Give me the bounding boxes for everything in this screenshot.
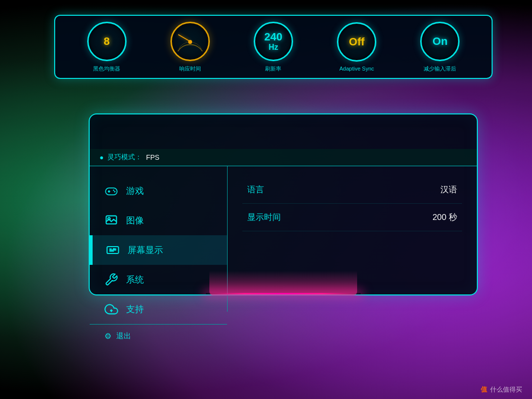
gauge-label-refresh-rate: 刷新率 — [265, 65, 281, 73]
sidebar-label-system: 系统 — [126, 274, 144, 286]
gauges-bar: 8 黑色均衡器 响应时间 240 — [54, 15, 493, 79]
bottom-accent-glow — [206, 293, 361, 294]
setting-value-display-time: 200 秒 — [432, 212, 457, 223]
gauge-black-equalizer: 8 黑色均衡器 — [87, 22, 127, 73]
gauge-adaptive-sync: Off Adaptive Sync — [337, 22, 376, 72]
mode-value: FPS — [146, 153, 159, 161]
osd-icon — [106, 243, 120, 257]
sidebar-label-image: 图像 — [126, 215, 144, 226]
gauge-value-input-lag: On — [432, 35, 448, 48]
needle-container — [173, 24, 207, 59]
osd-icon-svg — [106, 243, 120, 257]
game-controller-icon — [104, 184, 118, 198]
mode-bar: ● 灵巧模式： FPS — [90, 149, 477, 166]
gauge-hz-display: 240 Hz — [265, 31, 283, 52]
setting-row-display-time[interactable]: 显示时间 200 秒 — [242, 204, 462, 231]
svg-point-4 — [114, 191, 116, 192]
setting-value-language: 汉语 — [440, 184, 457, 195]
bottom-accent — [209, 271, 357, 295]
cloud-icon-svg — [104, 302, 118, 316]
gauge-refresh-rate: 240 Hz 刷新率 — [254, 22, 293, 73]
gauge-circle-adaptive-sync: Off — [337, 22, 376, 62]
cloud-icon — [104, 302, 118, 316]
setting-label-language: 语言 — [247, 184, 264, 195]
gauge-circle-black-equalizer: 8 — [87, 22, 127, 61]
gauge-label-black-equalizer: 黑色均衡器 — [93, 65, 120, 73]
exit-bar[interactable]: ⚙ 退出 — [90, 324, 227, 348]
sidebar-item-game[interactable]: 游戏 — [90, 176, 227, 206]
gauge-value-adaptive-sync: Off — [349, 36, 365, 48]
needle-dot — [188, 40, 192, 44]
gauge-circle-response-time — [170, 22, 210, 61]
watermark: 值 什么值得买 — [481, 385, 522, 394]
gauge-response-time: 响应时间 — [170, 22, 210, 73]
game-icon-svg — [104, 184, 118, 198]
wrench-icon — [104, 273, 118, 287]
gauge-label-adaptive-sync: Adaptive Sync — [339, 66, 374, 72]
mode-dot: ● — [100, 153, 103, 161]
gauge-value-refresh-rate: 240 — [265, 31, 283, 43]
sidebar-item-support[interactable]: 支持 — [90, 294, 227, 324]
sidebar: 游戏 图像 — [90, 166, 228, 312]
osd-wrapper: 8 黑色均衡器 响应时间 240 — [39, 49, 507, 345]
svg-point-3 — [113, 189, 114, 191]
exit-icon: ⚙ — [104, 331, 111, 341]
mode-label: 灵巧模式： — [107, 153, 142, 162]
wrench-icon-svg — [104, 273, 118, 287]
watermark-text: 什么值得买 — [490, 385, 522, 394]
gauge-circle-refresh-rate: 240 Hz — [254, 22, 293, 61]
setting-label-display-time: 显示时间 — [247, 212, 281, 223]
gauge-input-lag: On 减少输入滞后 — [420, 22, 460, 73]
osd-container: ● 灵巧模式： FPS — [89, 113, 478, 295]
image-icon-svg — [104, 214, 118, 227]
sidebar-item-image[interactable]: 图像 — [90, 206, 227, 235]
gauge-label-response-time: 响应时间 — [179, 65, 201, 73]
watermark-logo: 值 — [481, 385, 487, 394]
gauge-unit-refresh-rate: Hz — [268, 43, 278, 52]
image-icon — [104, 214, 118, 227]
gauge-label-input-lag: 减少输入滞后 — [424, 65, 456, 73]
sidebar-item-system[interactable]: 系统 — [90, 265, 227, 294]
setting-row-language[interactable]: 语言 汉语 — [242, 176, 462, 204]
sidebar-label-game: 游戏 — [126, 185, 144, 197]
sidebar-label-osd: 屏幕显示 — [128, 244, 163, 256]
gauge-circle-input-lag: On — [420, 22, 460, 61]
sidebar-label-support: 支持 — [126, 303, 144, 315]
gauge-value-black-equalizer: 8 — [103, 35, 109, 48]
exit-label: 退出 — [116, 331, 131, 341]
sidebar-item-osd[interactable]: 屏幕显示 — [90, 235, 227, 265]
